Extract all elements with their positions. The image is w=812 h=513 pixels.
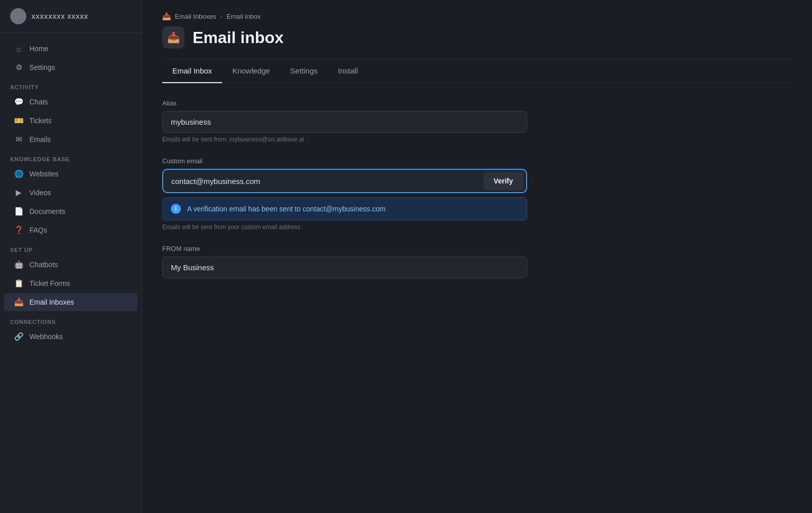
sidebar-item-settings[interactable]: ⚙ Settings — [4, 58, 137, 77]
alias-field-group: Alias Emails will be sent from: mybusine… — [162, 99, 527, 143]
sidebar-item-label: Documents — [29, 207, 65, 215]
sidebar-item-label: Ticket Forms — [29, 279, 70, 287]
from-name-field-group: FROM name — [162, 245, 527, 278]
custom-email-hint: Emails will be sent from your custom ema… — [162, 224, 527, 231]
sidebar-item-label: Email Inboxes — [29, 298, 74, 306]
documents-icon: 📄 — [14, 207, 23, 216]
sidebar-navigation: ⌂ Home ⚙ Settings ACTIVITY 💬 Chats 🎫 Tic… — [0, 33, 141, 352]
from-name-input[interactable] — [162, 256, 527, 278]
sidebar-item-email-inboxes[interactable]: 📥 Email Inboxes — [4, 293, 137, 311]
sidebar-item-label: Emails — [29, 135, 51, 143]
sidebar-item-label: Chatbots — [29, 261, 58, 269]
sidebar: xxxxxxxx xxxxx ⌂ Home ⚙ Settings ACTIVIT… — [0, 0, 142, 513]
videos-icon: ▶ — [14, 188, 23, 197]
tab-knowledge[interactable]: Knowledge — [222, 59, 280, 83]
tab-email-inbox[interactable]: Email Inbox — [162, 59, 222, 83]
breadcrumb-separator: › — [220, 13, 223, 20]
verification-notice: i A verification email has been sent to … — [162, 197, 527, 221]
websites-icon: 🌐 — [14, 169, 23, 178]
custom-email-input[interactable] — [163, 170, 481, 192]
sidebar-item-label: Chats — [29, 98, 48, 106]
verification-text: A verification email has been sent to co… — [187, 205, 386, 213]
tickets-icon: 🎫 — [14, 116, 23, 125]
sidebar-item-label: FAQs — [29, 226, 47, 234]
sidebar-item-tickets[interactable]: 🎫 Tickets — [4, 112, 137, 130]
alias-hint: Emails will be sent from: mybusiness@on.… — [162, 136, 527, 143]
connections-section-label: CONNECTIONS — [0, 312, 141, 327]
breadcrumb-icon: 📥 — [162, 12, 171, 20]
breadcrumb-current: Email inbox — [227, 13, 261, 20]
sidebar-item-faqs[interactable]: ❓ FAQs — [4, 221, 137, 239]
main-content: 📥 Email Inboxes › Email inbox 📥 Email in… — [142, 0, 812, 513]
sidebar-item-ticket-forms[interactable]: 📋 Ticket Forms — [4, 274, 137, 292]
sidebar-header: xxxxxxxx xxxxx — [0, 0, 141, 33]
settings-icon: ⚙ — [14, 63, 23, 72]
alias-label: Alias — [162, 99, 527, 107]
email-inboxes-icon: 📥 — [14, 298, 23, 307]
sidebar-item-websites[interactable]: 🌐 Websites — [4, 165, 137, 183]
emails-icon: ✉ — [14, 135, 23, 144]
custom-email-wrapper: Verify — [162, 169, 527, 193]
chats-icon: 💬 — [14, 97, 23, 106]
tab-install[interactable]: Install — [328, 59, 368, 83]
avatar — [10, 8, 26, 24]
alias-input[interactable] — [162, 111, 527, 133]
form-section: Alias Emails will be sent from: mybusine… — [162, 99, 527, 278]
sidebar-item-documents[interactable]: 📄 Documents — [4, 202, 137, 221]
activity-section-label: ACTIVITY — [0, 77, 141, 92]
brand-name: xxxxxxxx xxxxx — [31, 12, 88, 20]
custom-email-label: Custom email — [162, 157, 527, 165]
page-title-row: 📥 Email inbox — [162, 26, 792, 49]
sidebar-item-webhooks[interactable]: 🔗 Webhooks — [4, 327, 137, 346]
tabs-bar: Email Inbox Knowledge Settings Install — [162, 59, 792, 83]
sidebar-item-label: Tickets — [29, 117, 52, 125]
breadcrumb-parent[interactable]: Email Inboxes — [175, 13, 216, 20]
page-header: 📥 Email Inboxes › Email inbox 📥 Email in… — [142, 0, 812, 59]
sidebar-item-chats[interactable]: 💬 Chats — [4, 93, 137, 111]
sidebar-item-label: Home — [29, 45, 48, 53]
webhooks-icon: 🔗 — [14, 332, 23, 341]
knowledge-section-label: KNOWLEDGE BASE — [0, 149, 141, 164]
page-icon: 📥 — [167, 31, 180, 44]
from-name-label: FROM name — [162, 245, 527, 252]
sidebar-item-emails[interactable]: ✉ Emails — [4, 130, 137, 149]
sidebar-item-label: Settings — [29, 63, 55, 71]
tab-settings[interactable]: Settings — [280, 59, 328, 83]
sidebar-item-home[interactable]: ⌂ Home — [4, 40, 137, 58]
breadcrumb: 📥 Email Inboxes › Email inbox — [162, 12, 792, 20]
verify-button[interactable]: Verify — [484, 172, 523, 190]
sidebar-item-label: Websites — [29, 170, 58, 178]
faqs-icon: ❓ — [14, 226, 23, 235]
sidebar-item-chatbots[interactable]: 🤖 Chatbots — [4, 255, 137, 274]
setup-section-label: SET UP — [0, 240, 141, 255]
custom-email-field-group: Custom email Verify i A verification ema… — [162, 157, 527, 231]
sidebar-item-label: Webhooks — [29, 333, 63, 341]
home-icon: ⌂ — [14, 44, 23, 53]
chatbots-icon: 🤖 — [14, 260, 23, 269]
info-icon: i — [171, 204, 181, 214]
ticket-forms-icon: 📋 — [14, 279, 23, 288]
page-title-icon: 📥 — [162, 26, 184, 49]
sidebar-item-videos[interactable]: ▶ Videos — [4, 184, 137, 202]
page-title: Email inbox — [193, 28, 284, 47]
page-content: Email Inbox Knowledge Settings Install A… — [142, 59, 812, 313]
sidebar-item-label: Videos — [29, 189, 51, 197]
